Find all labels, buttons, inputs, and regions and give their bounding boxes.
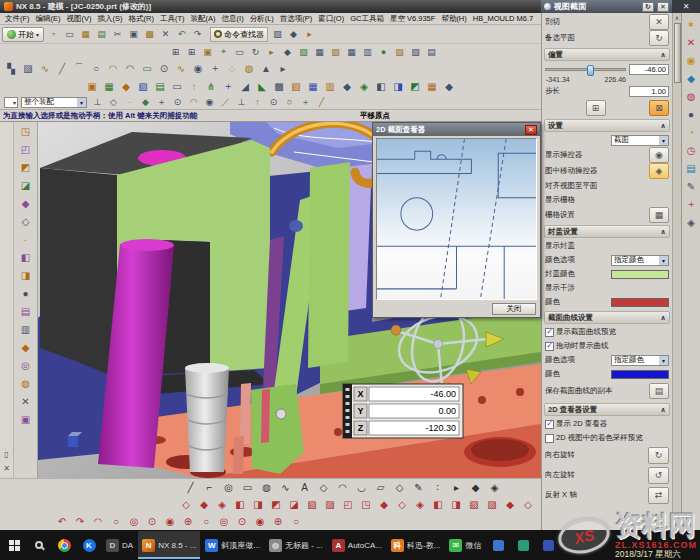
toolbar-icon[interactable]: ⊙ [234, 515, 250, 529]
panel-reset-button[interactable]: ↻ [642, 2, 654, 12]
toolbar-icon[interactable]: ▣ [84, 79, 100, 93]
toolbar-icon[interactable]: ＋ [207, 61, 223, 75]
toolbar-icon[interactable]: ✕ [17, 394, 35, 409]
menu-item[interactable]: 信息(I) [219, 14, 247, 24]
toolbar-icon[interactable]: ╱ [182, 480, 199, 494]
toolbar-icon[interactable]: ◡ [353, 480, 370, 494]
toolbar-icon[interactable]: ◆ [376, 497, 392, 511]
toolbar-icon[interactable]: ◉ [190, 61, 206, 75]
toolbar-icon[interactable]: ◔ [684, 125, 699, 139]
toolbar-icon[interactable]: ▧ [304, 497, 320, 511]
toolbar-icon[interactable]: ◈ [214, 497, 230, 511]
toolbar-icon[interactable]: ▚ [3, 61, 19, 75]
taskbar-wps-button[interactable]: W斜顶座做... [201, 531, 264, 559]
menu-item[interactable]: 插入(S) [95, 14, 126, 24]
toolbar-icon[interactable]: ◢ [237, 79, 253, 93]
toolbar-icon[interactable]: ↶ [174, 27, 189, 41]
reflect-x-button[interactable]: ⇄ [648, 487, 669, 504]
taskbar-paint-button[interactable]: ◍无标题 - ... [265, 531, 327, 559]
menu-item[interactable]: 星空 V6.935F [387, 14, 438, 24]
handle-center[interactable] [434, 340, 443, 349]
show-manipulator-button[interactable]: ◉ [649, 147, 669, 163]
taskbar-k-app-button[interactable]: K [77, 531, 101, 559]
toolbar-icon[interactable]: ▦ [101, 79, 117, 93]
tray-app-icon[interactable] [536, 531, 560, 559]
toolbar-icon[interactable]: ◎ [17, 358, 35, 373]
selection-type-dropdown[interactable]: ▾ [4, 97, 18, 108]
toolbar-icon[interactable]: ▸ [264, 45, 279, 59]
toolbar-icon[interactable]: ▨ [322, 497, 338, 511]
toolbar-icon[interactable]: ⊕ [270, 515, 286, 529]
toolbar-icon[interactable]: ▨ [20, 61, 36, 75]
tray-shield-icon[interactable] [511, 531, 535, 559]
menu-item[interactable]: 视图(V) [64, 14, 95, 24]
toolbar-icon[interactable]: ◈ [486, 480, 503, 494]
toolbar-icon[interactable]: ◍ [258, 480, 275, 494]
offset-slider-thumb[interactable] [587, 65, 594, 76]
toolbar-icon[interactable]: ◩ [268, 497, 284, 511]
toolbar-icon[interactable]: ▧ [270, 27, 285, 41]
toolbar-icon[interactable]: ▭ [239, 480, 256, 494]
toolbar-icon[interactable]: ⊙ [156, 61, 172, 75]
toolbar-icon[interactable]: ▧ [296, 45, 311, 59]
toolbar-icon[interactable]: ⊞ [168, 45, 183, 59]
drag-curves-checkbox[interactable]: ✓ [545, 342, 554, 351]
toolbar-icon[interactable]: ◎ [216, 515, 232, 529]
toolbar-icon[interactable]: ◈ [412, 497, 428, 511]
toolbar-icon[interactable]: ▸ [302, 27, 317, 41]
toolbar-icon[interactable]: ▱ [372, 480, 389, 494]
toolbar-icon[interactable]: ◍ [684, 89, 699, 103]
menu-item[interactable]: 窗口(O) [315, 14, 347, 24]
dialog-titlebar[interactable]: 2D 截面查看器 ✕ [373, 123, 540, 136]
toolbar-icon[interactable]: ◆ [17, 196, 35, 211]
toolbar-icon[interactable]: ▦ [78, 27, 93, 41]
toolbar-icon[interactable]: ∿ [173, 61, 189, 75]
taskbar-chrome-button[interactable] [52, 531, 76, 559]
toolbar-icon[interactable]: ∙ [17, 232, 35, 247]
toolbar-icon[interactable]: ◨ [250, 497, 266, 511]
toolbar-icon[interactable]: ▦ [312, 45, 327, 59]
toolbar-icon[interactable]: ◆ [118, 79, 134, 93]
taskbar-autocad-button[interactable]: AAutoCA... [328, 531, 386, 559]
toolbar-icon[interactable]: ⌒ [71, 61, 87, 75]
shaded-preview-checkbox[interactable] [545, 434, 554, 443]
toolbar-icon[interactable]: ◎ [220, 480, 237, 494]
taskbar-kexun-button[interactable]: 科科迅-教... [387, 531, 444, 559]
toolbar-icon[interactable]: ▤ [17, 304, 35, 319]
snap-point-icon[interactable]: ⊥ [234, 95, 249, 109]
clip-section-remove-button[interactable]: ✕ [649, 14, 669, 30]
toolbar-icon[interactable]: ◰ [340, 497, 356, 511]
show-2d-viewer-checkbox[interactable]: ✓ [545, 420, 554, 429]
toolbar-icon[interactable]: ▲ [258, 61, 274, 75]
toolbar-icon[interactable]: ▧ [466, 497, 482, 511]
toolbar-icon[interactable]: ◧ [232, 497, 248, 511]
menu-item[interactable]: 工具(T) [157, 14, 188, 24]
toolbar-icon[interactable]: ◇ [315, 480, 332, 494]
toolbar-icon[interactable]: ◷ [684, 143, 699, 157]
toolbar-icon[interactable]: ▥ [360, 45, 375, 59]
toolbar-icon[interactable]: ↷ [190, 27, 205, 41]
toolbar-icon[interactable]: ▩ [142, 27, 157, 41]
toolbar-icon[interactable]: ＋ [684, 197, 699, 211]
toolbar-icon[interactable]: ✕ [158, 27, 173, 41]
toolbar-icon[interactable]: ◈ [356, 79, 372, 93]
2d-section-canvas[interactable] [376, 138, 537, 300]
scrollbar-thumb[interactable] [674, 23, 681, 83]
command-finder-button[interactable]: 命令查找器 [210, 27, 268, 42]
toolbar-icon[interactable]: ◇ [17, 214, 35, 229]
offset-section-header[interactable]: 偏置 ∧ [544, 48, 670, 61]
cap-settings-header[interactable]: 封盖设置 ∧ [544, 225, 670, 238]
toolbar-icon[interactable]: ◩ [407, 79, 423, 93]
section-curves-header[interactable]: 截面曲线设置 ∧ [544, 311, 670, 324]
toolbar-icon[interactable]: ▩ [271, 79, 287, 93]
snap-point-icon[interactable]: ⊙ [170, 95, 185, 109]
cap-color-swatch[interactable] [611, 270, 669, 279]
toolbar-icon[interactable]: ⊞ [184, 45, 199, 59]
toolbar-icon[interactable]: ◆ [280, 45, 295, 59]
toolbar-icon[interactable]: ◰ [17, 142, 35, 157]
viewer-settings-header[interactable]: 2D 查看器设置 ∧ [544, 403, 670, 416]
start-button[interactable]: 开始 ▾ [2, 27, 44, 42]
toolbar-icon[interactable]: ◳ [17, 124, 35, 139]
toolbar-icon[interactable]: ▧ [328, 45, 343, 59]
toolbar-icon[interactable]: ◆ [196, 497, 212, 511]
